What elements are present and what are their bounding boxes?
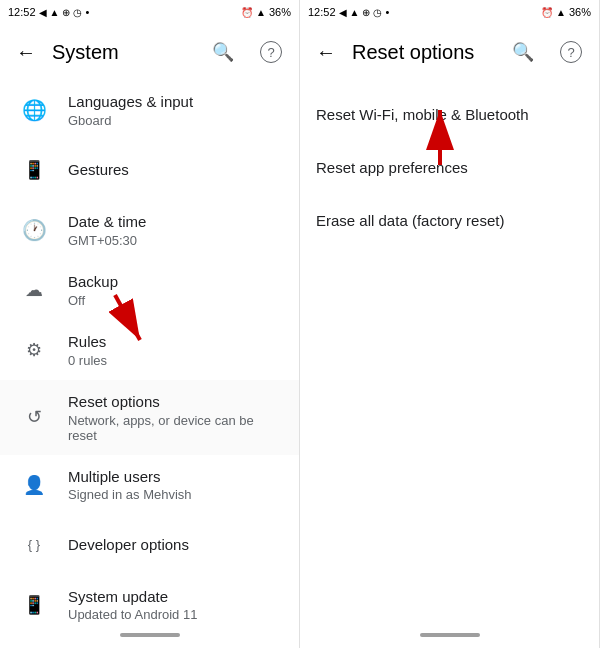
alarm-icon-right: ⏰ [541,7,553,18]
bottom-bar-left [0,628,299,648]
settings-item-users[interactable]: 👤 Multiple users Signed in as Mehvish [0,455,299,515]
status-bar-left: 12:52 ◀ ▲ ⊕ ◷ • ⏰ ▲ 36% [0,0,299,24]
settings-item-languages[interactable]: 🌐 Languages & input Gboard [0,80,299,140]
right-panel: 12:52 ◀ ▲ ⊕ ◷ • ⏰ ▲ 36% ← Reset options … [300,0,600,648]
languages-icon: 🌐 [16,92,52,128]
toolbar-left: ← System 🔍 ? [0,24,299,80]
settings-item-backup[interactable]: ☁ Backup Off [0,260,299,320]
status-left: 12:52 ◀ ▲ ⊕ ◷ • [8,6,89,18]
data-icon-right: ⊕ [362,7,370,18]
settings-item-datetime[interactable]: 🕐 Date & time GMT+05:30 [0,200,299,260]
update-subtitle: Updated to Android 11 [68,607,283,622]
reset-title: Reset options [68,392,283,412]
status-bar-right: 12:52 ◀ ▲ ⊕ ◷ • ⏰ ▲ 36% [300,0,599,24]
back-button-left[interactable]: ← [8,33,44,72]
help-button-left[interactable]: ? [251,32,291,72]
settings-item-rules[interactable]: ⚙ Rules 0 rules [0,320,299,380]
settings-item-developer[interactable]: { } Developer options [0,515,299,575]
timer-icon-right: ◷ [373,7,382,18]
users-subtitle: Signed in as Mehvish [68,487,283,502]
search-button-left[interactable]: 🔍 [203,32,243,72]
backup-icon: ☁ [16,272,52,308]
datetime-title: Date & time [68,212,283,232]
reset-item-wifi[interactable]: Reset Wi-Fi, mobile & Bluetooth [300,88,599,141]
gestures-text: Gestures [68,160,283,180]
signal-icon-left: ▲ [50,7,60,18]
users-text: Multiple users Signed in as Mehvish [68,467,283,503]
reset-text: Reset options Network, apps, or device c… [68,392,283,443]
settings-list: 🌐 Languages & input Gboard 📱 Gestures 🕐 … [0,80,299,628]
timer-icon-left: ◷ [73,7,82,18]
right-panel-title: Reset options [352,41,495,64]
developer-title: Developer options [68,535,283,555]
search-icon-left: 🔍 [212,41,234,63]
dot-left: • [85,6,89,18]
update-icon: 📱 [16,587,52,623]
left-panel-title: System [52,41,195,64]
rules-subtitle: 0 rules [68,353,283,368]
time-right: 12:52 [308,6,336,18]
datetime-subtitle: GMT+05:30 [68,233,283,248]
nav-icon-left: ◀ [39,7,47,18]
gestures-title: Gestures [68,160,283,180]
battery-left: 36% [269,6,291,18]
dot-right: • [385,6,389,18]
search-button-right[interactable]: 🔍 [503,32,543,72]
update-title: System update [68,587,283,607]
toolbar-right: ← Reset options 🔍 ? [300,24,599,80]
nav-icon-right: ◀ [339,7,347,18]
back-button-right[interactable]: ← [308,33,344,72]
reset-item-apps[interactable]: Reset app preferences [300,141,599,194]
languages-title: Languages & input [68,92,283,112]
home-indicator-left [120,633,180,637]
rules-title: Rules [68,332,283,352]
help-button-right[interactable]: ? [551,32,591,72]
status-right-left: ⏰ ▲ 36% [241,6,291,18]
datetime-icon: 🕐 [16,212,52,248]
wifi-icon-left: ▲ [256,7,266,18]
datetime-text: Date & time GMT+05:30 [68,212,283,248]
reset-item-factory[interactable]: Erase all data (factory reset) [300,194,599,247]
app-container: 12:52 ◀ ▲ ⊕ ◷ • ⏰ ▲ 36% ← System 🔍 ? [0,0,600,648]
reset-options-list: Reset Wi-Fi, mobile & Bluetooth Reset ap… [300,80,599,628]
backup-subtitle: Off [68,293,283,308]
users-icon: 👤 [16,467,52,503]
reset-apps-text: Reset app preferences [316,159,583,176]
time-left: 12:52 [8,6,36,18]
reset-subtitle: Network, apps, or device can be reset [68,413,283,443]
rules-text: Rules 0 rules [68,332,283,368]
reset-factory-text: Erase all data (factory reset) [316,212,583,229]
backup-title: Backup [68,272,283,292]
bottom-bar-right [300,628,599,648]
developer-text: Developer options [68,535,283,555]
left-panel: 12:52 ◀ ▲ ⊕ ◷ • ⏰ ▲ 36% ← System 🔍 ? [0,0,300,648]
rules-icon: ⚙ [16,332,52,368]
settings-item-gestures[interactable]: 📱 Gestures [0,140,299,200]
wifi-icon-right: ▲ [556,7,566,18]
backup-text: Backup Off [68,272,283,308]
reset-wifi-text: Reset Wi-Fi, mobile & Bluetooth [316,106,583,123]
alarm-icon-left: ⏰ [241,7,253,18]
help-icon-left: ? [260,41,282,63]
reset-icon: ↺ [16,399,52,435]
users-title: Multiple users [68,467,283,487]
data-icon-left: ⊕ [62,7,70,18]
settings-item-reset[interactable]: ↺ Reset options Network, apps, or device… [0,380,299,455]
status-right-right: ⏰ ▲ 36% [541,6,591,18]
battery-right: 36% [569,6,591,18]
gestures-icon: 📱 [16,152,52,188]
home-indicator-right [420,633,480,637]
settings-item-update[interactable]: 📱 System update Updated to Android 11 [0,575,299,629]
update-text: System update Updated to Android 11 [68,587,283,623]
help-icon-right: ? [560,41,582,63]
signal-icon-right: ▲ [350,7,360,18]
developer-icon: { } [16,527,52,563]
languages-text: Languages & input Gboard [68,92,283,128]
search-icon-right: 🔍 [512,41,534,63]
languages-subtitle: Gboard [68,113,283,128]
status-left-right: 12:52 ◀ ▲ ⊕ ◷ • [308,6,389,18]
